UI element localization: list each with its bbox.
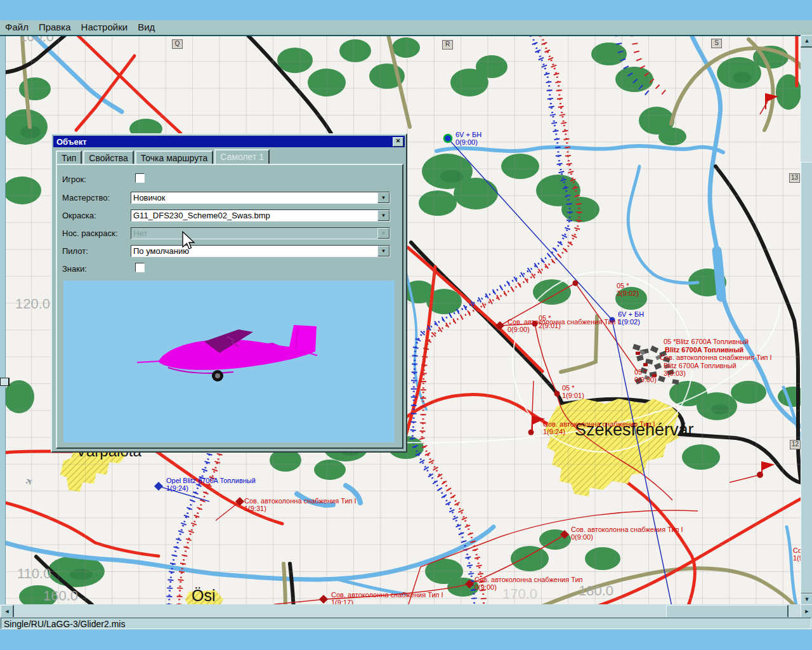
unit-label[interactable]: Сов. автоколонна снабжения Тип I1(9:24) xyxy=(543,420,655,435)
unit-label[interactable]: Сов. автоколонна снабжения Тип I xyxy=(660,354,772,361)
menu-edit[interactable]: Правка xyxy=(34,22,76,34)
unit-label[interactable]: 05 *1(9:01) xyxy=(562,384,584,399)
unit-label[interactable]: 05 *Blitz 6700A Топливный xyxy=(664,338,749,345)
unit-label[interactable]: 05 *3(9:02) xyxy=(617,282,639,297)
tab-type[interactable]: Тип xyxy=(56,150,82,164)
dialog-tabs: Тип Свойства Точка маршрута Самолет 1 xyxy=(56,150,271,164)
scroll-down-icon: ▼ xyxy=(804,597,810,602)
chevron-down-icon[interactable]: ▼ xyxy=(377,246,390,256)
city-label-osi: Ösi xyxy=(192,587,216,605)
nose-art-value: Нет xyxy=(133,229,378,238)
markings-label: Знаки: xyxy=(62,264,87,274)
tab-aircraft-1[interactable]: Самолет 1 xyxy=(214,149,270,164)
pilot-label: Пилот: xyxy=(62,246,88,256)
scroll-up-icon: ▲ xyxy=(804,38,810,44)
horizontal-scroll-thumb[interactable] xyxy=(666,605,789,618)
unit-label[interactable]: 6V + БН0(9:00) xyxy=(455,131,481,146)
coord-label: 160.0 xyxy=(43,588,78,604)
dialog-titlebar[interactable]: Объект xyxy=(53,136,405,147)
pilot-combobox[interactable]: По умолчанию ▼ xyxy=(131,245,390,257)
window-bottom-strip xyxy=(0,630,812,650)
grid-letter-r: R xyxy=(442,40,453,50)
app-window: Файл Правка Настройки Вид xyxy=(0,0,812,650)
object-dialog: Объект ✕ Тип Свойства Точка маршрута Сам… xyxy=(51,133,407,453)
player-checkbox[interactable] xyxy=(135,173,145,183)
scroll-right-icon: ► xyxy=(804,609,810,614)
unit-label[interactable]: Blitz 6700A Топливный3(9:03) xyxy=(664,362,737,377)
aircraft-preview xyxy=(63,281,395,442)
scroll-left-icon: ◄ xyxy=(4,609,10,614)
menu-settings[interactable]: Настройки xyxy=(76,22,133,34)
chevron-down-icon: ▼ xyxy=(377,228,390,239)
unit-label[interactable]: 05 *2(9:01) xyxy=(539,314,561,329)
scroll-up-button[interactable]: ▲ xyxy=(801,35,812,48)
coord-label: 110.0 xyxy=(17,566,51,582)
chevron-down-icon[interactable]: ▼ xyxy=(377,192,390,203)
close-button[interactable]: ✕ xyxy=(393,137,403,147)
grid-letter-s: S xyxy=(711,39,722,48)
unit-label[interactable]: 6V + БН1(9:02) xyxy=(618,310,644,326)
splitter-handle[interactable] xyxy=(0,378,10,386)
skill-label: Мастерство: xyxy=(62,193,110,202)
coord-label: 120.0 xyxy=(15,296,50,312)
unit-label[interactable]: Opel Blitz 6700A Топливный1(9:24) xyxy=(166,477,256,492)
vertical-scrollbar[interactable]: ▲ ▼ xyxy=(801,35,812,604)
grid-letter-q: Q xyxy=(172,39,183,49)
unit-label[interactable]: 05 *0(9:00) xyxy=(634,368,657,383)
skin-label: Окраска: xyxy=(62,211,96,220)
pilot-value: По умолчанию xyxy=(133,246,378,256)
unit-label[interactable]: Сов. автоколонна снабжения Тип I1(9:31) xyxy=(244,497,357,512)
dialog-title: Объект xyxy=(56,137,87,147)
skin-value: G11_DFS230_Scheme02_Swas.bmp xyxy=(133,211,378,220)
skill-combobox[interactable]: Новичок ▼ xyxy=(131,192,390,204)
status-text: Single/RU/LaGG-3/Glider2.mis xyxy=(1,618,811,629)
unit-label[interactable]: Сов. автоколонна снабжения Тип I0(9:00) xyxy=(508,318,620,333)
unit-label[interactable]: Сов. автоколонна снабжения Тип I0(9:00) xyxy=(571,526,683,541)
menu-view[interactable]: Вид xyxy=(133,22,160,34)
unit-label[interactable]: Со1(9 xyxy=(793,547,801,562)
menu-bar: Файл Правка Настройки Вид xyxy=(0,20,812,36)
status-bar: Single/RU/LaGG-3/Glider2.mis xyxy=(0,617,812,630)
glider-render xyxy=(63,281,395,442)
player-label: Игрок: xyxy=(62,175,86,184)
mouse-cursor xyxy=(181,231,197,251)
grid-number-12: 12 xyxy=(790,440,801,449)
nose-art-label: Нос. раскраск: xyxy=(62,229,117,238)
menu-file[interactable]: Файл xyxy=(0,22,34,34)
horizontal-scrollbar[interactable]: ◄ xyxy=(0,604,801,617)
tab-waypoint[interactable]: Точка маршрута xyxy=(135,150,213,164)
grid-number-13: 13 xyxy=(789,173,800,183)
skill-value: Новичок xyxy=(133,193,378,202)
unit-label[interactable]: Сов. автоколонна снабжения Тип0(9:00) xyxy=(475,576,582,591)
nose-art-combobox: Нет ▼ xyxy=(131,227,390,239)
chevron-down-icon[interactable]: ▼ xyxy=(377,210,390,221)
markings-checkbox[interactable] xyxy=(135,263,145,272)
coord-label: 180.0 xyxy=(579,583,613,599)
unit-label[interactable]: Blitz 6700A Топливный xyxy=(665,346,743,354)
scroll-left-button[interactable]: ◄ xyxy=(1,605,14,618)
tab-properties[interactable]: Свойства xyxy=(83,150,133,164)
close-icon: ✕ xyxy=(396,138,401,144)
left-border-strip xyxy=(0,35,6,617)
skin-combobox[interactable]: G11_DFS230_Scheme02_Swas.bmp ▼ xyxy=(131,209,390,222)
vertical-scroll-thumb[interactable] xyxy=(801,162,812,594)
window-titlebar xyxy=(0,0,812,20)
